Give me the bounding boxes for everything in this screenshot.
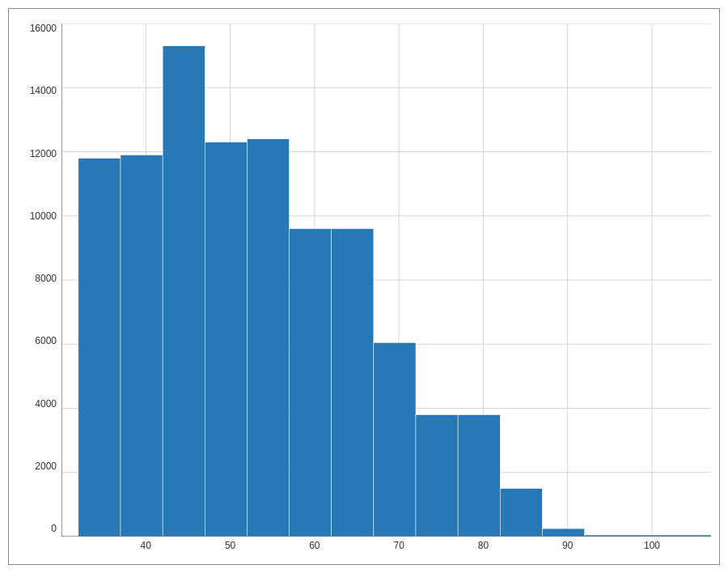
chart-container: 1600014000120001000080006000400020000 40… — [8, 8, 720, 565]
svg-rect-25 — [458, 414, 500, 537]
svg-rect-21 — [290, 229, 332, 537]
svg-rect-16 — [78, 158, 121, 537]
svg-rect-22 — [332, 229, 374, 537]
chart-area: 1600014000120001000080006000400020000 40… — [17, 23, 711, 556]
y-label: 14000 — [30, 86, 57, 96]
y-label: 2000 — [35, 461, 57, 471]
svg-rect-17 — [121, 155, 163, 537]
plot-area: 405060708090100 — [61, 23, 711, 556]
x-label: 80 — [478, 540, 489, 551]
x-label: 70 — [393, 540, 404, 551]
svg-rect-26 — [500, 489, 542, 537]
y-label: 6000 — [35, 336, 57, 346]
svg-rect-19 — [205, 142, 247, 537]
y-label: 16000 — [30, 23, 57, 33]
x-label: 50 — [225, 540, 235, 551]
chart-svg — [61, 23, 711, 537]
y-label: 10000 — [30, 211, 57, 221]
y-label: 0 — [51, 524, 57, 533]
x-label: 90 — [562, 540, 573, 551]
grid-and-bars — [61, 23, 711, 537]
x-label: 40 — [141, 540, 151, 551]
svg-rect-24 — [416, 414, 458, 537]
svg-rect-23 — [374, 342, 416, 537]
x-label: 60 — [309, 540, 320, 551]
y-axis: 1600014000120001000080006000400020000 — [17, 23, 61, 556]
svg-rect-20 — [247, 139, 289, 537]
x-label: 100 — [644, 540, 660, 551]
x-axis: 405060708090100 — [61, 537, 711, 556]
svg-rect-18 — [163, 46, 205, 537]
y-label: 8000 — [35, 274, 57, 283]
svg-rect-27 — [542, 528, 584, 537]
y-label: 4000 — [35, 399, 57, 409]
y-label: 12000 — [30, 149, 57, 159]
